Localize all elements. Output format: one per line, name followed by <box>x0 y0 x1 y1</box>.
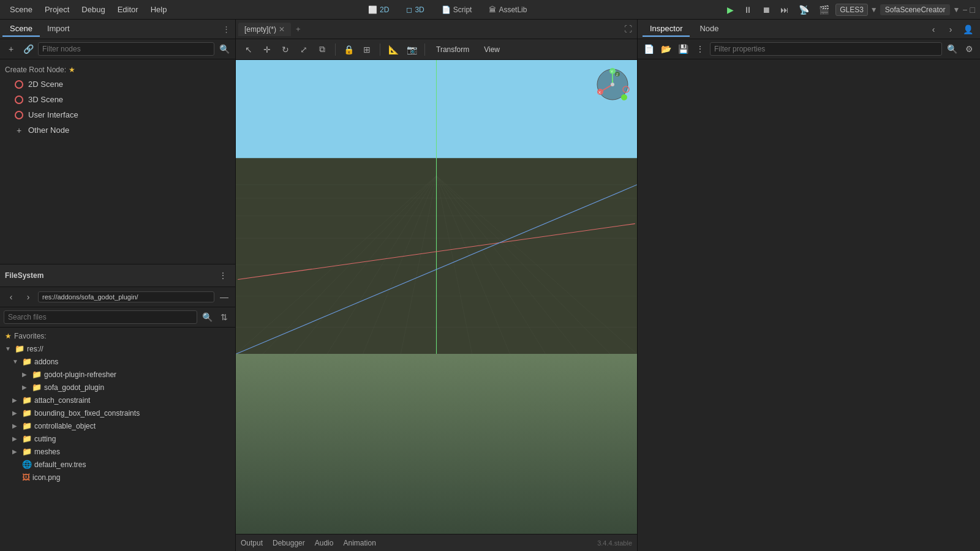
menu-project[interactable]: Project <box>40 2 74 17</box>
group-button[interactable]: ⊞ <box>359 42 375 58</box>
node-3d-scene[interactable]: 3D Scene <box>5 92 230 107</box>
fs-tree: ★ Favorites: ▼ 📁 res:// ▼ 📁 addons ▶ <box>0 328 235 551</box>
select-tool-button[interactable]: ↖ <box>241 42 257 58</box>
history-next-button[interactable]: › <box>943 22 958 37</box>
movie-button[interactable]: 🎬 <box>815 4 833 16</box>
inspector-person-icon[interactable]: 👤 <box>960 22 975 37</box>
fs-back-button[interactable]: ‹ <box>4 290 18 304</box>
fs-path-display: res://addons/sofa_godot_plugin/ <box>38 291 214 302</box>
fs-item-bounding-box[interactable]: ▶ 📁 bounding_box_fixed_constraints <box>0 407 235 419</box>
scene-panel-menu-icon[interactable]: ⋮ <box>220 22 233 36</box>
script-button[interactable]: 📄 Script <box>435 4 478 16</box>
fs-search-input[interactable] <box>4 310 197 324</box>
tab-node[interactable]: Node <box>692 21 726 37</box>
snap-button[interactable]: 📐 <box>385 42 401 58</box>
viewport-gizmo[interactable]: Y X Z <box>594 66 631 103</box>
tab-output[interactable]: Output <box>241 536 263 550</box>
lock-button[interactable]: 🔒 <box>341 42 356 58</box>
fs-img-file-icon: 🖼 <box>22 473 30 482</box>
mode-2d-button[interactable]: ⬜ 2D <box>362 4 395 16</box>
move-tool-button[interactable]: ✛ <box>259 42 275 58</box>
fs-folder-icon: 📁 <box>22 447 32 456</box>
favorites-star-icon: ★ <box>5 332 12 340</box>
favorites-label: Favorites: <box>14 332 47 340</box>
svg-text:Y: Y <box>611 70 613 73</box>
fs-item-cutting[interactable]: ▶ 📁 cutting <box>0 432 235 445</box>
inspector-open-button[interactable]: 📂 <box>658 42 673 56</box>
step-button[interactable]: ⏭ <box>777 4 793 16</box>
fs-menu-icon[interactable]: ⋮ <box>216 268 230 283</box>
filter-props-settings-icon[interactable]: ⚙ <box>962 42 976 56</box>
close-tab-icon[interactable]: ✕ <box>279 25 285 34</box>
history-prev-button[interactable]: ‹ <box>926 22 941 37</box>
fs-item-attach-constraint[interactable]: ▶ 📁 attach_constraint <box>0 394 235 407</box>
pause-button[interactable]: ⏸ <box>740 4 756 16</box>
transform-mode-button[interactable]: ⧉ <box>314 42 330 58</box>
project-name[interactable]: SofaSceneCreator <box>880 4 951 15</box>
fs-forward-button[interactable]: › <box>21 290 36 304</box>
window-maximize-icon[interactable]: □ <box>970 5 975 15</box>
tab-audio[interactable]: Audio <box>315 536 334 550</box>
fs-item-label: icon.png <box>32 473 60 482</box>
fs-item-addons[interactable]: ▼ 📁 addons <box>0 355 235 368</box>
menu-help[interactable]: Help <box>146 2 172 17</box>
assetlib-button[interactable]: 🏛 AssetLib <box>483 4 533 16</box>
window-minimize-icon[interactable]: − <box>962 5 967 15</box>
version-label: 3.4.4.stable <box>597 539 632 547</box>
scale-tool-button[interactable]: ⤢ <box>296 42 312 58</box>
play-button[interactable]: ▶ <box>723 4 737 16</box>
fs-item-label: controllable_object <box>34 422 96 430</box>
menu-debug[interactable]: Debug <box>77 2 110 17</box>
fs-item-controllable-object[interactable]: ▶ 📁 controllable_object <box>0 419 235 432</box>
stop-button[interactable]: ⏹ <box>758 4 774 16</box>
fs-item-icon-png[interactable]: 🖼 icon.png <box>0 471 235 484</box>
fs-path-toolbar: ‹ › res://addons/sofa_godot_plugin/ — <box>0 287 235 307</box>
filter-properties-input[interactable] <box>710 42 942 56</box>
filter-props-search-icon[interactable]: 🔍 <box>944 42 959 56</box>
fs-search-icon[interactable]: 🔍 <box>200 310 214 324</box>
maximize-viewport-button[interactable]: ⛶ <box>622 22 635 36</box>
filter-nodes-input[interactable] <box>38 42 214 56</box>
node-circle-icon <box>15 80 23 89</box>
inspector-save-button[interactable]: 💾 <box>676 42 690 56</box>
tab-import[interactable]: Import <box>40 21 77 37</box>
renderer-chevron-icon: ▼ <box>870 6 878 14</box>
renderer-select[interactable]: GLES3 <box>835 4 868 16</box>
add-tab-button[interactable]: + <box>293 22 303 36</box>
fs-item-sofa-godot-plugin[interactable]: ▶ 📁 sofa_godot_plugin <box>0 381 235 394</box>
tab-debugger[interactable]: Debugger <box>273 536 305 550</box>
fs-item-meshes[interactable]: ▶ 📁 meshes <box>0 445 235 458</box>
inspector-new-button[interactable]: 📄 <box>641 42 656 56</box>
menu-scene[interactable]: Scene <box>5 2 37 17</box>
node-user-interface[interactable]: User Interface <box>5 107 230 122</box>
node-other[interactable]: + Other Node <box>5 122 230 138</box>
svg-point-32 <box>611 83 614 86</box>
fs-item-godot-plugin-refresher[interactable]: ▶ 📁 godot-plugin-refresher <box>0 368 235 381</box>
view-menu-button[interactable]: View <box>478 43 506 56</box>
fs-folder-icon: 📁 <box>22 395 32 405</box>
script-icon: 📄 <box>442 6 451 14</box>
bottom-tabs: Output Debugger Audio Animation 3.4.4.st… <box>236 534 637 551</box>
fs-item-res[interactable]: ▼ 📁 res:// <box>0 342 235 355</box>
rotate-tool-button[interactable]: ↻ <box>277 42 293 58</box>
fs-sort-icon[interactable]: ⇅ <box>217 310 232 324</box>
node-2d-scene[interactable]: 2D Scene <box>5 77 230 92</box>
fs-collapse-button[interactable]: — <box>217 290 232 304</box>
tab-inspector[interactable]: Inspector <box>643 21 690 37</box>
menu-editor[interactable]: Editor <box>113 2 143 17</box>
scene-tabs: Scene Import ⋮ <box>0 20 235 39</box>
inspector-more-button[interactable]: ⋮ <box>693 42 707 56</box>
editor-tab-empty[interactable]: [empty](*) ✕ <box>238 23 291 36</box>
viewport-3d[interactable]: ≡ Perspective <box>236 60 637 534</box>
fs-item-default-env[interactable]: 🌐 default_env.tres <box>0 458 235 471</box>
transform-menu-button[interactable]: Transform <box>430 43 475 56</box>
top-menu-bar: Scene Project Debug Editor Help ⬜ 2D ◻ 3… <box>0 0 980 20</box>
tab-animation[interactable]: Animation <box>343 536 375 550</box>
remote-button[interactable]: 📡 <box>795 4 813 16</box>
camera-button[interactable]: 📷 <box>404 42 420 58</box>
filter-search-icon[interactable]: 🔍 <box>217 42 232 56</box>
mode-3d-button[interactable]: ◻ 3D <box>400 4 430 16</box>
tab-scene[interactable]: Scene <box>2 21 40 37</box>
add-node-button[interactable]: + <box>4 42 18 56</box>
instance-scene-button[interactable]: 🔗 <box>21 42 36 56</box>
